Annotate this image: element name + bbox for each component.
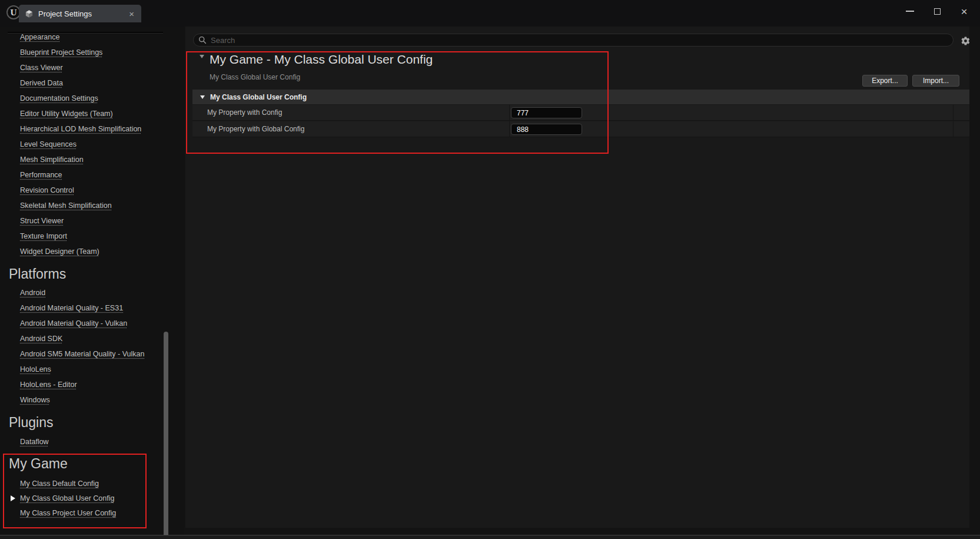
export-button[interactable]: Export... [862,75,908,87]
sidebar-item-android-mq-vulkan[interactable]: Android Material Quality - Vulkan [20,318,127,329]
section-header-label: My Class Global User Config [210,93,307,101]
title-bar: U Project Settings × × [0,0,980,27]
property-row-global-config: My Property with Global Config [192,121,969,137]
import-button[interactable]: Import... [912,75,959,87]
sidebar-item-blueprint-project-settings[interactable]: Blueprint Project Settings [20,47,102,58]
sidebar-item-hololens-editor[interactable]: HoloLens - Editor [20,379,77,391]
project-settings-window: U Project Settings × × Appearance Bluepr… [0,0,980,539]
sidebar-item-hierarchical-lod[interactable]: Hierarchical LOD Mesh Simplification [20,123,141,135]
sidebar-item-level-sequences[interactable]: Level Sequences [20,138,77,150]
sidebar-item-android-sdk[interactable]: Android SDK [20,333,62,345]
tab-close-icon[interactable]: × [128,9,135,18]
search-icon [198,36,207,44]
right-edge-strip [969,27,980,528]
section-collapse-icon[interactable] [200,95,205,99]
sidebar-item-appearance[interactable]: Appearance [20,31,59,43]
sidebar-item-mesh-simplification[interactable]: Mesh Simplification [20,154,84,166]
tab-title: Project Settings [38,9,123,18]
sidebar-scrollbar-thumb[interactable] [164,332,168,539]
sidebar-item-android-mq-es31[interactable]: Android Material Quality - ES31 [20,302,123,314]
category-subtitle: My Class Global User Config [210,73,300,81]
sidebar-item-revision-control[interactable]: Revision Control [20,184,74,196]
column-splitter[interactable] [953,121,954,137]
sidebar-item-documentation-settings[interactable]: Documentation Settings [20,92,98,104]
sidebar-section-plugins: Plugins [9,414,53,431]
sidebar-item-my-class-global-user-config[interactable]: My Class Global User Config [20,492,114,504]
sidebar-item-hololens[interactable]: HoloLens [20,363,51,375]
sidebar-item-editor-utility-widgets[interactable]: Editor Utility Widgets (Team) [20,108,113,120]
sidebar-item-dataflow[interactable]: Dataflow [20,436,49,448]
settings-sidebar: Appearance Blueprint Project Settings Cl… [0,27,184,535]
sidebar-item-widget-designer[interactable]: Widget Designer (Team) [20,246,99,257]
sidebar-section-platforms: Platforms [9,265,66,283]
selected-item-arrow-icon [11,495,15,501]
category-title: My Game - My Class Global User Config [210,52,433,67]
sidebar-item-my-class-project-user-config[interactable]: My Class Project User Config [20,507,116,519]
column-splitter[interactable] [953,105,954,121]
window-controls: × [902,4,972,19]
property-value-input[interactable] [511,124,582,135]
sidebar-item-android-sm5-mq-vulkan[interactable]: Android SM5 Material Quality - Vulkan [20,348,144,360]
property-row-config: My Property with Config [192,105,969,121]
search-input[interactable] [211,36,948,45]
property-label: My Property with Config [207,105,282,121]
sidebar-item-performance[interactable]: Performance [20,169,62,181]
tab-project-settings[interactable]: Project Settings × [19,5,141,22]
sidebar-section-my-game: My Game [9,455,68,472]
bottom-strip [0,535,980,539]
column-splitter[interactable] [509,105,510,121]
close-button[interactable]: × [956,4,972,19]
sidebar-item-texture-import[interactable]: Texture Import [20,230,67,242]
category-collapse-icon[interactable] [200,58,204,69]
sidebar-item-class-viewer[interactable]: Class Viewer [20,62,63,74]
sidebar-item-windows[interactable]: Windows [20,394,50,406]
search-bar[interactable] [193,34,954,47]
section-header-row[interactable]: My Class Global User Config [192,90,969,104]
settings-main-panel: My Game - My Class Global User Config My… [185,27,969,528]
sidebar-item-android[interactable]: Android [20,287,45,299]
project-settings-icon [25,9,34,18]
sidebar-item-skeletal-mesh-simplification[interactable]: Skeletal Mesh Simplification [20,200,112,211]
property-label: My Property with Global Config [207,121,304,137]
property-value-input[interactable] [511,107,582,118]
maximize-button[interactable] [929,4,945,19]
minimize-button[interactable] [902,4,918,19]
sidebar-item-derived-data[interactable]: Derived Data [20,77,63,89]
sidebar-item-my-class-default-config[interactable]: My Class Default Config [20,478,99,490]
sidebar-item-struct-viewer[interactable]: Struct Viewer [20,215,64,227]
column-splitter[interactable] [509,121,510,137]
